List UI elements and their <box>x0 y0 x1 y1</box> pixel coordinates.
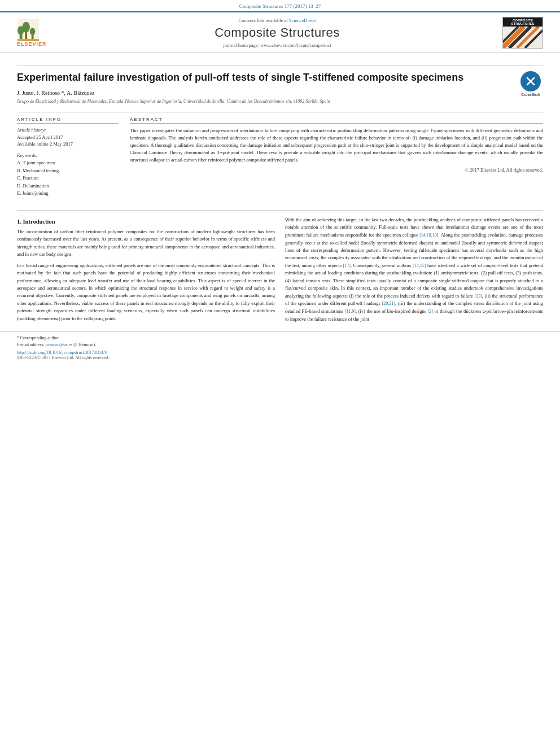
body-left-column: 1. Introduction The incorporation of car… <box>17 216 275 326</box>
sciencedirect-link[interactable]: ScienceDirect <box>289 18 316 23</box>
intro-paragraph-1: The incorporation of carbon fiber reinfo… <box>17 228 275 259</box>
keywords-label: Keywords: <box>17 152 119 158</box>
crossmark-label: CrossMark <box>518 93 543 97</box>
page: Composite Structures 177 (2017) 13–27 EL… <box>0 0 560 747</box>
elsevier-tree-icon <box>17 19 40 41</box>
journal-ref-text: Composite Structures 177 (2017) 13–27 <box>239 3 321 9</box>
body-divider <box>17 210 543 211</box>
article-history-label: Article history: <box>17 127 119 133</box>
ref-20-21: [20,21] <box>382 301 395 306</box>
header-divider <box>17 65 543 65</box>
footnote-area: * Corresponding author. E-mail address: … <box>0 331 560 348</box>
contents-line: Contents lists available at ScienceDirec… <box>62 18 492 23</box>
keywords-group: Keywords: A. T-joint specimen B. Mechani… <box>17 152 119 198</box>
elsevier-logo: ELSEVIER <box>17 19 62 47</box>
intro-paragraph-2: In a broad range of engineering applicat… <box>17 262 275 322</box>
abstract-label: ABSTRACT <box>130 117 543 124</box>
composite-logo-box: COMPOSITESTRUCTURES <box>502 17 543 49</box>
email-label: E-mail address: <box>17 342 45 347</box>
ref-11-9: [11,9] <box>345 309 356 314</box>
authors-line: J. Justo, J. Reinoso *, A. Blázquez <box>17 90 543 96</box>
article-area: Experimental failure investigation of pu… <box>0 53 560 202</box>
elsevier-brand-text: ELSEVIER <box>17 41 47 47</box>
intro-paragraph-3: With the aim of achieving this target, i… <box>285 216 543 323</box>
body-content: 1. Introduction The incorporation of car… <box>0 216 560 326</box>
doi-link[interactable]: http://dx.doi.org/10.1016/j.compstruct.2… <box>17 350 543 355</box>
keyword-3: C. Fracture <box>17 174 119 182</box>
article-history-group: Article history: Accepted 25 April 2017 … <box>17 127 119 148</box>
ref-14-15: [14,15] <box>413 263 426 268</box>
ref-2: [2] <box>428 309 433 314</box>
bottom-urls-area: http://dx.doi.org/10.1016/j.compstruct.2… <box>0 348 560 364</box>
homepage-label-text: journal homepage: www.elsevier.com/locat… <box>223 42 331 48</box>
keyword-5: E. Joints/joining <box>17 190 119 198</box>
keyword-1: A. T-joint specimen <box>17 159 119 167</box>
svg-point-4 <box>23 22 30 33</box>
paper-title-text: Experimental failure investigation of pu… <box>17 72 463 83</box>
crossmark-svg <box>524 75 537 88</box>
issn-copyright: 0263-8223/© 2017 Elsevier Ltd. All right… <box>17 355 543 360</box>
svg-point-6 <box>30 28 36 35</box>
abstract-text: This paper investigates the initiation a… <box>130 127 543 164</box>
doi-text: http://dx.doi.org/10.1016/j.compstruct.2… <box>17 350 107 355</box>
email-note: E-mail address: jreinoso@us.es (J. Reino… <box>17 342 543 348</box>
ref-23: [23] <box>475 294 482 299</box>
article-info-panel: ARTICLE INFO Article history: Accepted 2… <box>17 117 119 202</box>
composite-logo-label: COMPOSITESTRUCTURES <box>503 18 542 27</box>
crossmark-badge: CrossMark <box>518 71 543 97</box>
keyword-2: B. Mechanical testing <box>17 167 119 175</box>
article-available: Available online 2 May 2017 <box>17 141 119 148</box>
section1-heading: 1. Introduction <box>17 219 275 225</box>
composite-logo-stripes-icon <box>502 27 543 48</box>
journal-header-center: Contents lists available at ScienceDirec… <box>62 18 492 48</box>
article-accepted: Accepted 25 April 2017 <box>17 134 119 141</box>
journal-header: ELSEVIER Contents lists available at Sci… <box>0 11 560 53</box>
email-suffix: (J. Reinoso). <box>73 342 96 347</box>
corresponding-author-note: * Corresponding author. <box>17 335 543 342</box>
crossmark-icon <box>520 71 541 91</box>
abstract-panel: ABSTRACT This paper investigates the ini… <box>130 117 543 202</box>
affiliation-text: Grupo de Elasticidad y Resistencia de Ma… <box>17 98 543 104</box>
copyright-text: © 2017 Elsevier Ltd. All rights reserved… <box>130 167 543 173</box>
article-meta-row: ARTICLE INFO Article history: Accepted 2… <box>17 112 543 202</box>
homepage-line: journal homepage: www.elsevier.com/locat… <box>62 42 492 48</box>
svg-rect-3 <box>25 32 27 39</box>
paper-title-container: Experimental failure investigation of pu… <box>17 71 543 84</box>
keyword-4: D. Delamination <box>17 182 119 190</box>
corresponding-label: * Corresponding author. <box>17 335 60 340</box>
ref-14-18-19: [14,18,19] <box>419 233 438 238</box>
svg-rect-5 <box>32 35 34 40</box>
journal-reference-bar: Composite Structures 177 (2017) 13–27 <box>0 0 560 11</box>
body-right-column: With the aim of achieving this target, i… <box>285 216 543 326</box>
authors-text: J. Justo, J. Reinoso *, A. Blázquez <box>17 90 95 96</box>
composite-logo: COMPOSITESTRUCTURES <box>492 17 543 49</box>
article-info-label: ARTICLE INFO <box>17 117 119 124</box>
journal-title: Composite Structures <box>62 25 492 40</box>
ref-17: [17] <box>343 263 351 268</box>
email-link[interactable]: jreinoso@us.es <box>46 342 73 347</box>
